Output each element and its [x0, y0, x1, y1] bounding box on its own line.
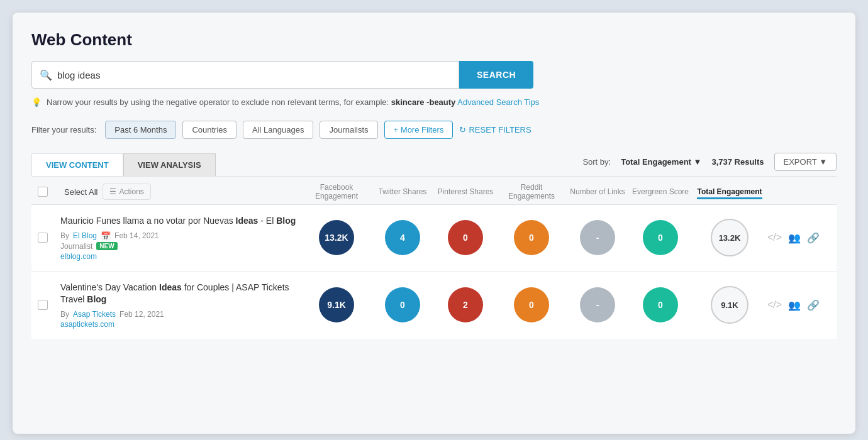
row1-links-bubble: - [580, 220, 615, 255]
row1-evergreen: 0 [629, 220, 692, 255]
row2-links: - [566, 287, 629, 322]
row2-title-col: Valentine's Day Vacation Ideas for Coupl… [60, 282, 302, 329]
table-row: Valentine's Day Vacation Ideas for Coupl… [31, 272, 837, 339]
row2-total: 9.1K [692, 286, 767, 324]
col-title-header: Select All ☰ Actions [60, 184, 302, 200]
row1-article-title: Mauricio Funes llama a no votar por Nuev… [60, 215, 302, 228]
row2-reddit: 0 [497, 287, 566, 322]
reset-filters-button[interactable]: ↻ RESET FILTERS [459, 125, 531, 135]
row1-check [38, 233, 60, 243]
row1-journalist-meta: Journalist NEW [60, 242, 302, 251]
tab-view-analysis[interactable]: VIEW ANALYSIS [123, 153, 216, 176]
page-title: Web Content [31, 30, 837, 50]
row2-domain-link[interactable]: asaptickets.com [60, 320, 302, 329]
row2-actions: </> 👥 🔗 [767, 299, 830, 311]
row1-calendar-icon: 📅 [101, 231, 111, 241]
row1-checkbox[interactable] [38, 233, 48, 243]
row1-total-bubble: 13.2K [711, 219, 748, 256]
tip-example: skincare -beauty [391, 97, 456, 107]
filter-journalists-button[interactable]: Journalists [320, 121, 377, 139]
export-button[interactable]: EXPORT ▼ [774, 153, 837, 171]
row2-action-icons: </> 👥 🔗 [767, 299, 830, 311]
row2-share-icon[interactable]: </> [767, 299, 782, 311]
row2-link-icon[interactable]: 🔗 [807, 299, 820, 311]
actions-icon: ☰ [109, 187, 116, 196]
main-card: Web Content 🔍 SEARCH 💡 Narrow your resul… [13, 13, 855, 434]
row1-action-icons: </> 👥 🔗 [767, 232, 830, 244]
row1-users-icon[interactable]: 👥 [788, 232, 801, 244]
select-all-label: Select All [64, 187, 97, 197]
tabs-row: VIEW CONTENT VIEW ANALYSIS Sort by: Tota… [31, 153, 837, 177]
col-total-header: Total Engagement [692, 187, 767, 196]
total-engagement-label: Total Engagement [697, 187, 762, 199]
results-count: 3,737 Results [711, 157, 764, 167]
row2-total-bubble: 9.1K [711, 286, 748, 324]
row1-new-tag: NEW [96, 242, 117, 250]
search-button[interactable]: SEARCH [459, 61, 533, 89]
search-icon: 🔍 [40, 69, 52, 81]
table-header: Select All ☰ Actions Facebook Engagement… [31, 177, 837, 205]
row1-title-col: Mauricio Funes llama a no votar por Nuev… [60, 215, 302, 261]
tip-text: Narrow your results by using the negativ… [47, 97, 539, 107]
row1-share-icon[interactable]: </> [767, 232, 782, 243]
row2-evergreen-bubble: 0 [643, 287, 678, 322]
row1-links: - [566, 220, 629, 255]
row1-total: 13.2K [692, 219, 767, 256]
sort-chevron-icon: ▼ [694, 157, 702, 167]
tab-view-content[interactable]: VIEW CONTENT [31, 153, 123, 176]
row1-twitter: 4 [371, 220, 434, 255]
row2-twitter-bubble: 0 [385, 287, 420, 322]
col-reddit-header: Reddit Engagements [497, 183, 566, 201]
row2-pinterest-bubble: 2 [448, 287, 483, 322]
filter-languages-button[interactable]: All Languages [243, 121, 313, 139]
actions-button[interactable]: ☰ Actions [103, 184, 150, 200]
row2-reddit-bubble: 0 [514, 287, 549, 322]
col-evergreen-header: Evergreen Score [629, 187, 692, 196]
row1-domain-link[interactable]: elblog.com [60, 252, 302, 261]
more-filters-button[interactable]: + More Filters [384, 121, 453, 139]
tabs-left: VIEW CONTENT VIEW ANALYSIS [31, 153, 216, 176]
row2-pinterest: 2 [434, 287, 497, 322]
row2-article-title: Valentine's Day Vacation Ideas for Coupl… [60, 282, 302, 306]
filter-date-button[interactable]: Past 6 Months [105, 121, 176, 139]
search-input[interactable] [57, 70, 451, 80]
row2-users-icon[interactable]: 👥 [788, 299, 801, 311]
col-facebook-header: Facebook Engagement [302, 183, 371, 201]
row1-reddit-bubble: 0 [514, 220, 549, 255]
row1-twitter-bubble: 4 [385, 220, 420, 255]
row1-link-icon[interactable]: 🔗 [807, 232, 820, 244]
col-twitter-header: Twitter Shares [371, 187, 434, 196]
row2-meta: By Asap Tickets Feb 12, 2021 [60, 310, 302, 319]
row1-actions: </> 👥 🔗 [767, 232, 830, 244]
select-all-checkbox[interactable] [38, 187, 48, 197]
row1-meta: By El Blog 📅 Feb 14, 2021 [60, 231, 302, 241]
advanced-search-tips-link[interactable]: Advanced Search Tips [457, 97, 539, 107]
row2-evergreen: 0 [629, 287, 692, 322]
row2-twitter: 0 [371, 287, 434, 322]
sort-label: Sort by: [582, 157, 611, 167]
row1-reddit: 0 [497, 220, 566, 255]
sort-select[interactable]: Total Engagement ▼ [621, 157, 701, 167]
search-row: 🔍 SEARCH [31, 61, 837, 89]
row1-author-link[interactable]: El Blog [73, 231, 97, 240]
row2-facebook-bubble: 9.1K [319, 287, 354, 322]
row2-links-bubble: - [580, 287, 615, 322]
col-pinterest-header: Pinterest Shares [434, 187, 497, 196]
row2-check [38, 300, 60, 310]
col-links-header: Number of Links [566, 187, 629, 196]
table-row: Mauricio Funes llama a no votar por Nuev… [31, 205, 837, 272]
filter-countries-button[interactable]: Countries [182, 121, 236, 139]
row1-evergreen-bubble: 0 [643, 220, 678, 255]
search-box: 🔍 [31, 61, 459, 89]
row1-pinterest-bubble: 0 [448, 220, 483, 255]
filter-row: Filter your results: Past 6 Months Count… [31, 121, 837, 139]
row2-facebook: 9.1K [302, 287, 371, 322]
row2-checkbox[interactable] [38, 300, 48, 310]
export-chevron-icon: ▼ [819, 157, 827, 167]
tip-row: 💡 Narrow your results by using the negat… [31, 97, 837, 107]
row2-author-link[interactable]: Asap Tickets [73, 310, 116, 319]
row1-pinterest: 0 [434, 220, 497, 255]
filter-label: Filter your results: [31, 125, 96, 135]
col-check-header [38, 187, 60, 197]
tabs-right: Sort by: Total Engagement ▼ 3,737 Result… [582, 153, 837, 176]
